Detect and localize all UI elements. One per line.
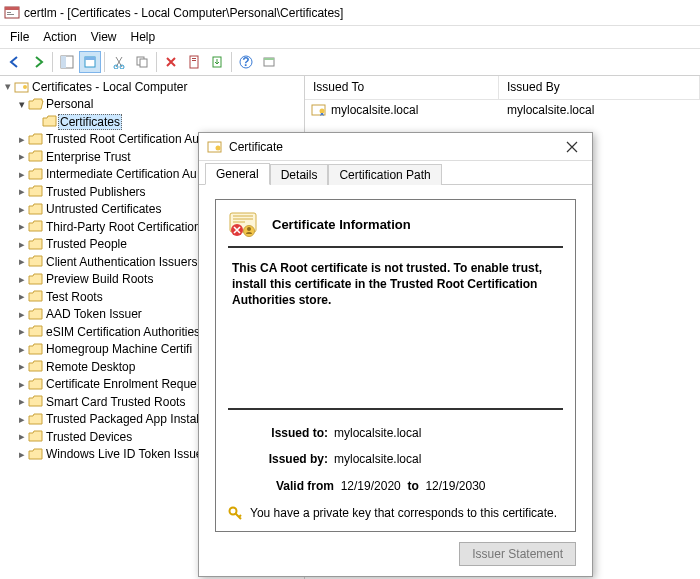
cell-issued-to: mylocalsite.local [331, 103, 418, 117]
valid-from-label: Valid from [276, 479, 334, 493]
folder-icon [28, 203, 44, 216]
expand-icon[interactable]: ▸ [16, 150, 28, 163]
collapse-icon[interactable]: ▾ [16, 98, 28, 111]
svg-text:?: ? [242, 55, 249, 69]
tree-root[interactable]: ▾ Certificates - Local Computer [0, 78, 304, 96]
cell-issued-by: mylocalsite.local [499, 103, 594, 117]
expand-icon[interactable]: ▸ [16, 220, 28, 233]
expand-icon[interactable]: ▸ [16, 395, 28, 408]
tree-folder-label: Trusted Root Certification Au [44, 132, 201, 146]
expand-icon[interactable]: ▸ [16, 168, 28, 181]
properties-sheet-button[interactable] [183, 51, 205, 73]
menu-help[interactable]: Help [131, 30, 156, 44]
manage-button[interactable] [258, 51, 280, 73]
expand-icon[interactable]: ▸ [16, 325, 28, 338]
menu-file[interactable]: File [10, 30, 29, 44]
expand-icon[interactable]: ▸ [16, 430, 28, 443]
expand-icon[interactable]: ▸ [16, 360, 28, 373]
svg-rect-12 [190, 56, 198, 68]
valid-from-value: 12/19/2020 [341, 479, 401, 493]
tree-folder-label: Trusted Devices [44, 430, 134, 444]
issued-to-label: Issued to: [250, 426, 334, 440]
svg-rect-3 [7, 14, 14, 15]
expand-icon[interactable]: ▸ [16, 185, 28, 198]
tree-folder-label: Enterprise Trust [44, 150, 133, 164]
expand-icon[interactable]: ▸ [16, 290, 28, 303]
svg-rect-1 [5, 7, 19, 10]
folder-icon [28, 185, 44, 198]
folder-icon [28, 255, 44, 268]
col-issued-by[interactable]: Issued By [499, 76, 700, 99]
expand-icon[interactable]: ▸ [16, 133, 28, 146]
expand-icon[interactable]: ▸ [16, 255, 28, 268]
menubar: File Action View Help [0, 26, 700, 48]
tree-certificates[interactable]: Certificates [0, 113, 304, 131]
folder-icon [28, 325, 44, 338]
folder-icon [28, 448, 44, 461]
tree-folder-label: Untrusted Certificates [44, 202, 163, 216]
expand-icon[interactable]: ▸ [16, 448, 28, 461]
app-icon [4, 5, 20, 21]
svg-rect-7 [85, 57, 95, 60]
svg-point-23 [320, 109, 325, 114]
tree-folder-label: Smart Card Trusted Roots [44, 395, 187, 409]
folder-icon [28, 395, 44, 408]
validity-row: Valid from 12/19/2020 to 12/19/2030 [250, 472, 549, 501]
list-row[interactable]: mylocalsite.local mylocalsite.local [305, 100, 700, 120]
valid-to-label: to [407, 479, 418, 493]
folder-open-icon [28, 98, 44, 111]
close-button[interactable] [558, 137, 586, 157]
tree-root-label: Certificates - Local Computer [30, 80, 189, 94]
tab-general[interactable]: General [205, 163, 270, 185]
expand-icon[interactable]: ▸ [16, 203, 28, 216]
folder-icon [28, 220, 44, 233]
folder-icon [28, 378, 44, 391]
folder-icon [28, 360, 44, 373]
tree-personal[interactable]: ▾ Personal [0, 96, 304, 114]
expand-icon[interactable]: ▸ [16, 378, 28, 391]
tree-folder-label: Client Authentication Issuers [44, 255, 199, 269]
folder-icon [28, 290, 44, 303]
window-titlebar: certlm - [Certificates - Local Computer\… [0, 0, 700, 26]
export-button[interactable] [206, 51, 228, 73]
list-header: Issued To Issued By [305, 76, 700, 100]
folder-icon [28, 308, 44, 321]
cut-button[interactable] [108, 51, 130, 73]
cert-warning-icon [228, 210, 262, 238]
folder-icon [28, 430, 44, 443]
col-issued-to[interactable]: Issued To [305, 76, 499, 99]
issuer-statement-button: Issuer Statement [459, 542, 576, 566]
tab-details[interactable]: Details [270, 164, 329, 185]
svg-rect-13 [192, 58, 196, 59]
tree-folder-label: Homegroup Machine Certifi [44, 342, 194, 356]
expand-icon[interactable]: ▸ [16, 413, 28, 426]
expand-icon[interactable]: ▸ [16, 273, 28, 286]
expand-icon[interactable]: ▸ [16, 308, 28, 321]
certificate-info-panel: Certificate Information This CA Root cer… [215, 199, 576, 532]
svg-rect-5 [61, 56, 66, 68]
dialog-titlebar[interactable]: Certificate [199, 133, 592, 161]
menu-view[interactable]: View [91, 30, 117, 44]
svg-rect-2 [7, 12, 11, 13]
folder-icon [28, 133, 44, 146]
show-hide-tree-button[interactable] [56, 51, 78, 73]
tab-certification-path[interactable]: Certification Path [328, 164, 441, 185]
copy-button[interactable] [131, 51, 153, 73]
tree-folder-label: Preview Build Roots [44, 272, 155, 286]
cert-icon [207, 140, 223, 154]
help-button[interactable]: ? [235, 51, 257, 73]
delete-button[interactable] [160, 51, 182, 73]
expand-icon[interactable]: ▸ [16, 343, 28, 356]
svg-rect-11 [140, 59, 147, 67]
collapse-icon[interactable]: ▾ [2, 80, 14, 93]
tree-folder-label: eSIM Certification Authorities [44, 325, 202, 339]
key-icon [228, 505, 244, 521]
menu-action[interactable]: Action [43, 30, 76, 44]
toolbar: ? [0, 48, 700, 76]
issued-to-value: mylocalsite.local [334, 426, 421, 440]
forward-button[interactable] [27, 51, 49, 73]
properties-button[interactable] [79, 51, 101, 73]
expand-icon[interactable]: ▸ [16, 238, 28, 251]
dialog-title: Certificate [229, 140, 283, 154]
back-button[interactable] [4, 51, 26, 73]
